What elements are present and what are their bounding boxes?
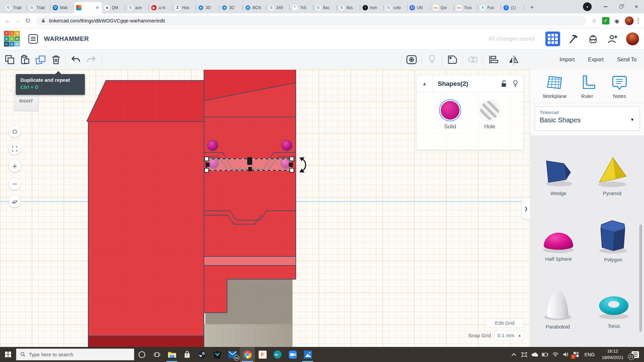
group-button[interactable] — [463, 52, 483, 67]
chrome-button[interactable] — [240, 347, 255, 362]
gallery-scrollbar[interactable] — [639, 225, 642, 332]
export-button[interactable]: Export — [588, 57, 603, 63]
tab-close-icon[interactable]: ✕ — [95, 5, 100, 10]
browser-tab[interactable]: O Mail ✕ — [50, 2, 74, 13]
predator-button[interactable] — [210, 347, 225, 362]
microsoft-store-button[interactable] — [179, 347, 195, 362]
onedrive-icon[interactable] — [531, 351, 539, 359]
solid-color-swatch[interactable] — [441, 101, 460, 120]
back-button[interactable]: ← — [3, 16, 13, 26]
url-bar[interactable]: tinkercad.com/things/dtkWOGVCgqe-warhamm… — [36, 16, 586, 26]
browser-tab[interactable]: G flas ✕ — [337, 2, 360, 13]
browser-tab[interactable]: G 349 ✕ — [266, 2, 290, 13]
notes-tool[interactable]: Notes — [604, 74, 635, 99]
sidebar-collapse-handle[interactable]: ❯ — [522, 198, 530, 219]
copy-button[interactable] — [2, 52, 17, 67]
invite-person-icon[interactable] — [606, 33, 619, 45]
start-button[interactable] — [0, 347, 16, 362]
minecraft-pickaxe-icon[interactable] — [568, 33, 580, 45]
language-indicator[interactable]: ENG — [583, 352, 597, 357]
clock[interactable]: 16:12 18/04/2021 — [599, 348, 626, 361]
close-button[interactable]: ✕ — [629, 0, 644, 13]
mail-button[interactable]: 55 — [225, 347, 240, 362]
browser-tab[interactable]: Z Hov ✕ — [172, 2, 196, 13]
duplicate-button[interactable] — [33, 52, 48, 67]
tray-expand-chevron-icon[interactable] — [510, 351, 518, 359]
shape-library-dropdown[interactable]: Tinkercad Basic Shapes ▼ — [535, 106, 640, 131]
cortana-button[interactable] — [134, 347, 149, 362]
browser-tab[interactable]: ϟ Iron ✕ — [360, 2, 384, 13]
tray-app-icon[interactable]: 3 — [572, 351, 580, 359]
paste-button[interactable] — [17, 52, 33, 67]
battery-icon[interactable] — [541, 351, 549, 359]
browser-tab[interactable]: 3D ✕ — [219, 2, 243, 13]
send-to-button[interactable]: Send To — [617, 57, 637, 63]
edit-grid-button[interactable]: Edit Grid — [486, 318, 524, 327]
browser-tab[interactable]: ✕ — [74, 2, 102, 13]
delete-button[interactable] — [48, 52, 64, 67]
hole-swatch[interactable] — [480, 101, 499, 120]
tray-cast-icon[interactable] — [520, 351, 528, 359]
browser-tab[interactable]: 3D ✕ — [196, 2, 219, 13]
bookmark-star-icon[interactable]: ☆ — [589, 16, 599, 26]
zoom-button[interactable] — [285, 347, 300, 362]
media-control-icon[interactable]: ▾ — [583, 2, 592, 11]
browser-tab[interactable]: * "AS ✕ — [290, 2, 313, 13]
model-canvas[interactable]: RIGHT Duplicate and repeat Ctrl + D ▲ Sh… — [0, 70, 530, 347]
shape-paraboloid[interactable]: Paraboloid — [540, 287, 575, 329]
shape-pyramid[interactable]: Pyramid — [594, 155, 630, 196]
red-slab-left[interactable] — [87, 80, 204, 347]
tinkercad-logo[interactable]: TINKERCAD — [4, 31, 20, 47]
dashboard-grid-button[interactable] — [545, 32, 560, 46]
browser-tab[interactable]: A Fus ✕ — [478, 2, 501, 13]
ruler-tool[interactable]: Ruler — [572, 74, 602, 99]
shape-wedge[interactable]: Wedge — [540, 156, 577, 196]
create-shape-label-button[interactable] — [442, 52, 463, 67]
new-tab-button[interactable]: + — [527, 3, 537, 12]
file-explorer-button[interactable] — [164, 347, 179, 362]
rotate-handle[interactable] — [300, 157, 306, 173]
undo-button[interactable] — [68, 52, 84, 67]
shape-polygon[interactable]: Polygon — [595, 217, 632, 262]
forward-button[interactable]: → — [13, 16, 23, 26]
zoom-out-button[interactable] — [9, 178, 21, 190]
redo-button[interactable] — [84, 52, 99, 67]
maximize-button[interactable] — [613, 0, 629, 13]
selection-box[interactable] — [205, 157, 294, 172]
backpack-icon[interactable] — [587, 33, 599, 45]
browser-tab[interactable]: BCN ✕ — [243, 2, 266, 13]
perspective-toggle-button[interactable] — [9, 195, 21, 207]
workplane-tool[interactable]: Workplane — [540, 74, 570, 99]
photos-button[interactable] — [300, 347, 315, 362]
browser-tab[interactable]: G Trad ✕ — [27, 2, 50, 13]
reload-button[interactable] — [23, 16, 33, 26]
steam-button[interactable] — [195, 347, 210, 362]
solid-option[interactable]: Solid — [441, 101, 460, 150]
notification-center-button[interactable]: 21 — [629, 347, 642, 362]
home-view-button[interactable] — [9, 125, 21, 137]
browser-profile-avatar[interactable] — [625, 16, 634, 25]
fit-view-button[interactable] — [9, 143, 21, 155]
hide-selected-button[interactable] — [422, 52, 442, 67]
browser-tab[interactable]: a QM ✕ — [102, 2, 125, 13]
zoom-in-button[interactable] — [9, 160, 21, 172]
browser-tab[interactable]: G aze ✕ — [125, 2, 149, 13]
browser-tab[interactable]: U Ulti ✕ — [407, 2, 431, 13]
search-input[interactable] — [29, 352, 119, 357]
show-all-button[interactable] — [401, 52, 422, 67]
browser-tab[interactable]: G Trad ✕ — [3, 2, 27, 13]
browser-tab[interactable]: G flas ✕ — [313, 2, 337, 13]
fusion360-button[interactable]: F — [255, 347, 270, 362]
design-title[interactable]: WARHAMMER — [44, 35, 89, 43]
extension-check-icon[interactable]: ✓ — [602, 17, 609, 24]
design-menu-icon[interactable] — [29, 34, 38, 44]
volume-icon[interactable] — [562, 351, 570, 359]
browser-tab[interactable]: f (1) ✕ — [501, 2, 525, 13]
extensions-puzzle-icon[interactable] — [612, 16, 622, 26]
account-avatar[interactable] — [626, 32, 639, 46]
visibility-bulb-icon[interactable] — [513, 80, 518, 87]
taskbar-search[interactable] — [16, 349, 134, 360]
mirror-button[interactable] — [503, 52, 524, 67]
import-button[interactable]: Import — [559, 57, 575, 63]
browser-menu-icon[interactable] — [636, 17, 640, 25]
